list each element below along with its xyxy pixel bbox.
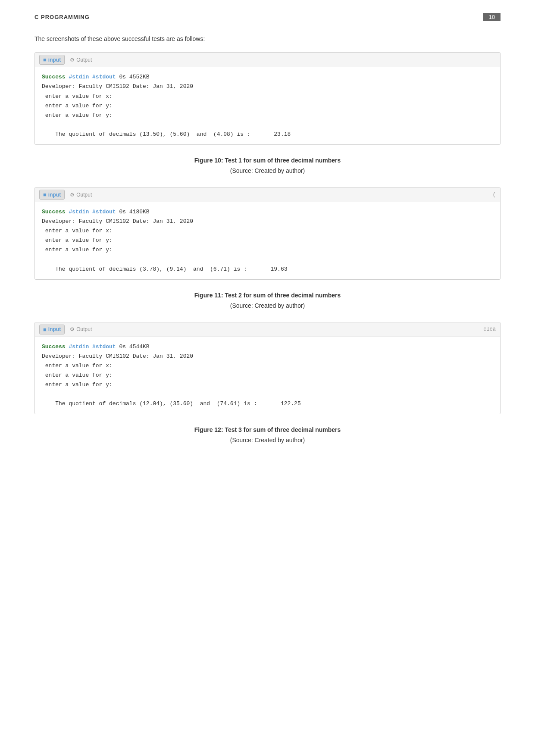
figure3-toolbar: ■ input ⚙ Output clea: [35, 322, 500, 337]
figure2-line1: Developer: Faculty CMIS102 Date: Jan 31,…: [42, 217, 493, 226]
figure2-output-label: Output: [76, 192, 92, 198]
figure2-output-tab[interactable]: ⚙ Output: [66, 191, 95, 199]
figure2-code-content: Success #stdin #stdout 0s 4180KB Develop…: [35, 202, 500, 279]
figure1-source: (Source: Created by author): [34, 167, 501, 174]
figure1-output-label: Output: [76, 57, 92, 63]
page-header: C PROGRAMMING 10: [34, 13, 501, 21]
page: C PROGRAMMING 10 The screenshots of thes…: [0, 0, 535, 756]
intro-text: The screenshots of these above successfu…: [34, 34, 501, 44]
figure2-result: The quotient of decimals (3.78), (9.14) …: [42, 265, 493, 274]
figure3-result: The quotient of decimals (12.04), (35.60…: [42, 399, 493, 409]
figure1-line1: Developer: Faculty CMIS102 Date: Jan 31,…: [42, 82, 493, 91]
figure1-caption: Figure 10: Test 1 for sum of three decim…: [34, 157, 501, 164]
figure2-line2: enter a value for x:: [42, 226, 493, 236]
figure1-result: The quotient of decimals (13.50), (5.60)…: [42, 130, 493, 139]
input-icon: ■: [43, 56, 47, 63]
figure3-line4: enter a value for y:: [42, 380, 493, 390]
figure1-line4: enter a value for y:: [42, 111, 493, 120]
input-icon3: ■: [43, 326, 47, 333]
figure2-line4: enter a value for y:: [42, 245, 493, 255]
figure2-code-block: ■ input ⚙ Output ( Success #stdin #stdou…: [34, 187, 501, 280]
figure1-code-block: ■ input ⚙ Output Success #stdin #stdout …: [34, 52, 501, 145]
figure3-caption: Figure 12: Test 3 for sum of three decim…: [34, 426, 501, 433]
figure3-line3: enter a value for y:: [42, 371, 493, 380]
settings-icon2: ⚙: [70, 192, 75, 198]
figure3-output-tab[interactable]: ⚙ Output: [66, 325, 95, 334]
figure3-success-line: Success #stdin #stdout 0s 4544KB: [42, 342, 493, 352]
figure1-code-content: Success #stdin #stdout 0s 4552KB Develop…: [35, 67, 500, 144]
figure1-input-tab[interactable]: ■ input: [39, 55, 65, 65]
figure1-line2: enter a value for x:: [42, 92, 493, 101]
settings-icon: ⚙: [70, 57, 75, 63]
figure1-toolbar: ■ input ⚙ Output: [35, 53, 500, 67]
figure2-clear: (: [493, 192, 496, 198]
figure3-input-tab[interactable]: ■ input: [39, 325, 65, 334]
figure3-input-label: input: [48, 326, 61, 332]
figure3-code-content: Success #stdin #stdout 0s 4544KB Develop…: [35, 337, 500, 414]
page-title: C PROGRAMMING: [34, 14, 90, 20]
figure2-input-tab[interactable]: ■ input: [39, 190, 65, 200]
figure1-line3: enter a value for y:: [42, 101, 493, 111]
figure3-source: (Source: Created by author): [34, 437, 501, 444]
figure3-output-label: Output: [76, 326, 92, 332]
figure1-output-tab[interactable]: ⚙ Output: [66, 56, 95, 64]
settings-icon3: ⚙: [70, 326, 75, 332]
figure2-success-line: Success #stdin #stdout 0s 4180KB: [42, 207, 493, 217]
figure1-input-label: input: [48, 57, 61, 63]
input-icon2: ■: [43, 191, 47, 198]
figure2-source: (Source: Created by author): [34, 302, 501, 309]
figure3-line1: Developer: Faculty CMIS102 Date: Jan 31,…: [42, 352, 493, 361]
figure1-success-line: Success #stdin #stdout 0s 4552KB: [42, 72, 493, 82]
figure3-clear: clea: [483, 326, 496, 332]
page-number: 10: [483, 13, 501, 21]
figure3-code-block: ■ input ⚙ Output clea Success #stdin #st…: [34, 322, 501, 415]
figure3-line2: enter a value for x:: [42, 361, 493, 371]
figure2-toolbar: ■ input ⚙ Output (: [35, 187, 500, 202]
figure2-caption: Figure 11: Test 2 for sum of three decim…: [34, 292, 501, 299]
figure2-line3: enter a value for y:: [42, 236, 493, 245]
figure2-input-label: input: [48, 192, 61, 198]
